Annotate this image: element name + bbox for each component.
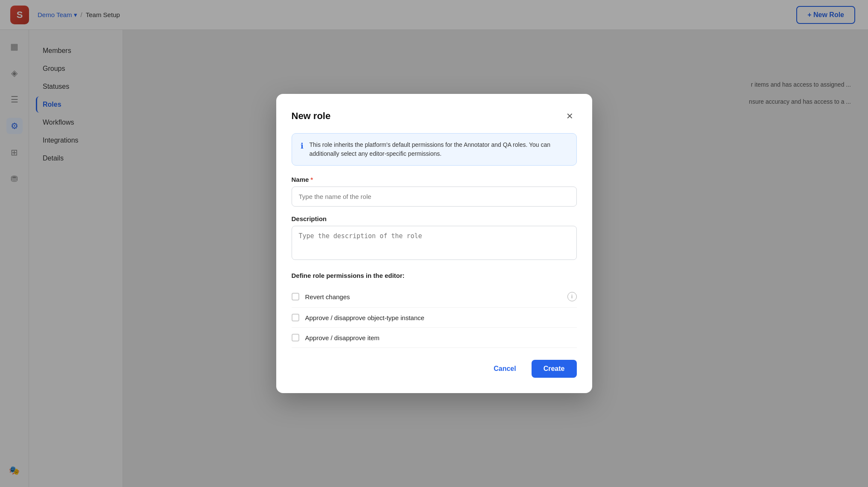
description-label: Description [292,215,577,222]
revert-changes-checkbox[interactable] [292,293,299,300]
permission-revert-changes: Revert changes i [292,286,577,308]
required-indicator: * [310,176,313,183]
approve-item-label: Approve / disapprove item [305,334,380,341]
permission-approve-object: Approve / disapprove object-type instanc… [292,308,577,328]
approve-item-checkbox[interactable] [292,334,299,341]
permissions-label: Define role permissions in the editor: [292,272,577,279]
modal-title: New role [292,111,331,122]
modal-footer: Cancel Create [292,360,577,378]
revert-changes-label: Revert changes [305,293,350,300]
cancel-button[interactable]: Cancel [485,361,524,377]
approve-object-checkbox[interactable] [292,314,299,321]
create-button[interactable]: Create [532,360,577,378]
close-button[interactable]: ✕ [563,109,577,123]
approve-object-label: Approve / disapprove object-type instanc… [305,314,424,321]
modal-header: New role ✕ [292,109,577,123]
modal-overlay: New role ✕ ℹ This role inherits the plat… [0,0,868,487]
info-icon: ℹ [301,141,304,151]
revert-changes-info-icon[interactable]: i [567,292,577,301]
description-input[interactable] [292,226,577,260]
new-role-modal: New role ✕ ℹ This role inherits the plat… [276,94,592,393]
name-label: Name * [292,176,577,183]
info-banner: ℹ This role inherits the platform's defa… [292,133,577,166]
name-input[interactable] [292,187,577,207]
info-banner-text: This role inherits the platform's defaul… [310,140,568,158]
permission-approve-item: Approve / disapprove item [292,328,577,348]
